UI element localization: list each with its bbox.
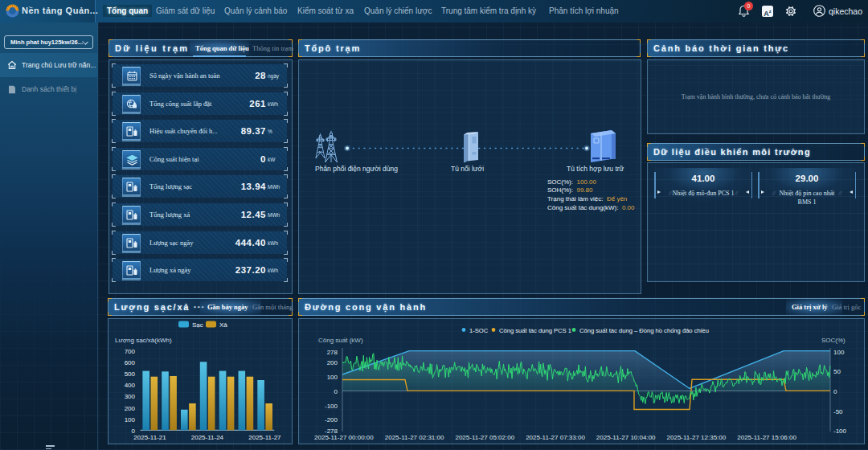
- svg-text:2025-11-27 12:35:00: 2025-11-27 12:35:00: [667, 434, 727, 441]
- svg-text:400: 400: [125, 382, 136, 389]
- svg-text:2025-11-27: 2025-11-27: [248, 434, 281, 441]
- svg-text:2025-11-27 10:04:00: 2025-11-27 10:04:00: [596, 434, 656, 441]
- svg-text:2025-11-27 02:31:00: 2025-11-27 02:31:00: [385, 434, 444, 441]
- svg-text:50: 50: [833, 368, 841, 375]
- svg-text:Sạc: Sạc: [192, 321, 203, 329]
- svg-text:Xả: Xả: [219, 321, 227, 329]
- svg-text:600: 600: [125, 359, 136, 366]
- svg-text:200: 200: [125, 405, 136, 412]
- svg-text:278: 278: [327, 349, 338, 356]
- svg-text:2025-11-27 05:02:00: 2025-11-27 05:02:00: [455, 434, 514, 441]
- svg-text:Công suất tác dụng – Đồng hồ c: Công suất tác dụng – Đồng hồ chống đảo c…: [579, 327, 709, 334]
- svg-text:300: 300: [125, 393, 136, 400]
- svg-text:Công suất (kW): Công suất (kW): [318, 337, 363, 344]
- svg-text:-200: -200: [325, 416, 338, 423]
- svg-text:-50: -50: [833, 408, 843, 415]
- svg-text:2025-11-27 15:06:00: 2025-11-27 15:06:00: [737, 434, 796, 441]
- svg-text:100: 100: [327, 374, 338, 381]
- svg-text:0: 0: [334, 388, 338, 395]
- svg-text:1-SOC: 1-SOC: [469, 327, 489, 334]
- svg-text:2025-11-27 07:33:00: 2025-11-27 07:33:00: [526, 434, 585, 441]
- svg-text:100: 100: [833, 349, 845, 356]
- svg-text:500: 500: [125, 370, 136, 378]
- svg-text:200: 200: [327, 359, 338, 366]
- svg-text:-100: -100: [833, 428, 847, 435]
- svg-text:2025-11-21: 2025-11-21: [133, 434, 166, 441]
- svg-text:Công suất tác dụng PCS 1: Công suất tác dụng PCS 1: [499, 327, 571, 334]
- svg-text:100: 100: [125, 416, 136, 423]
- svg-text:Lượng sạc/xả(kWh): Lượng sạc/xả(kWh): [115, 337, 172, 344]
- svg-text:2025-11-27 00:00:00: 2025-11-27 00:00:00: [314, 434, 374, 441]
- svg-text:0: 0: [833, 388, 837, 395]
- svg-text:SOC(%): SOC(%): [821, 337, 845, 344]
- svg-text:2025-11-24: 2025-11-24: [191, 434, 224, 441]
- svg-text:700: 700: [125, 348, 136, 355]
- svg-text:-100: -100: [325, 403, 338, 410]
